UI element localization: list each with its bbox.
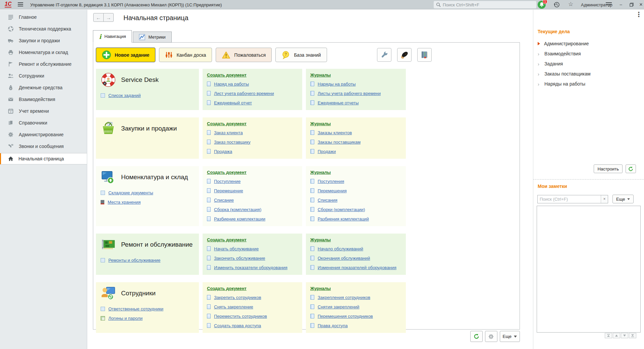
journal-link[interactable]: Начало обслуживаний (318, 246, 363, 251)
history-icon[interactable] (553, 1, 560, 8)
todo-item-tasks[interactable]: › Задания (538, 59, 638, 69)
minimize-button[interactable]: – (616, 1, 625, 8)
settings-wrench-button[interactable] (377, 48, 391, 62)
journal-link[interactable]: Ежедневные отчеты (318, 100, 359, 105)
sidebar-item-administration[interactable]: Администрирование (0, 129, 87, 140)
sidebar-item-money[interactable]: s Денежные средства (0, 82, 87, 93)
journal-link[interactable]: Заказы клиентов (318, 130, 352, 135)
journal-link[interactable]: Права доступа (318, 323, 348, 328)
create-link[interactable]: Начать обслуживание (214, 246, 259, 251)
journals-header[interactable]: Журналы (310, 170, 401, 175)
warehouse-docs-link[interactable]: Складские документы (108, 190, 153, 195)
notes-area[interactable] (537, 206, 641, 333)
global-search[interactable] (434, 1, 536, 8)
back-button[interactable]: ← (93, 13, 104, 22)
go-down-button[interactable] (621, 333, 628, 338)
forward-button[interactable]: → (103, 13, 114, 22)
knowledge-base-button[interactable]: ? База знаний (275, 48, 327, 62)
sidebar-item-main[interactable]: Главное (0, 11, 87, 23)
create-document-header[interactable]: Создать документ (207, 286, 298, 291)
sidebar-item-catalogs[interactable]: Справочники (0, 117, 87, 129)
create-link[interactable]: Закончить обслуживание (214, 256, 265, 261)
sidebar-item-calls[interactable]: Звонки и сообщения (0, 140, 87, 152)
create-link[interactable]: Снять закрепление (214, 304, 253, 309)
create-link[interactable]: Ежедневный отчет (214, 100, 252, 105)
sidebar-item-employees[interactable]: Сотрудники (0, 70, 87, 82)
sidebar-item-support[interactable]: Техническая поддержка (0, 23, 87, 35)
create-link[interactable]: Продажа (214, 149, 232, 154)
close-button[interactable]: ✕ (637, 1, 644, 8)
journal-link[interactable]: Снятия закреплений (318, 304, 359, 309)
tab-navigation[interactable]: i Навигация (93, 30, 132, 43)
repairs-link[interactable]: Ремонты и обслуживание (108, 258, 160, 263)
todo-item-work-orders[interactable]: › Наряды на работы (538, 79, 638, 89)
create-link[interactable]: Списание (214, 198, 234, 203)
restore-button[interactable] (627, 1, 636, 8)
notifications-button[interactable]: 1 (538, 1, 546, 9)
refresh-button[interactable] (470, 331, 483, 342)
journal-link[interactable]: Списания (318, 198, 337, 203)
go-last-button[interactable] (629, 333, 636, 338)
create-link[interactable]: Закрепить сотрудников (214, 295, 261, 300)
clear-search-button[interactable]: × (601, 195, 608, 203)
create-document-header[interactable]: Создать документ (207, 237, 298, 242)
go-first-button[interactable] (605, 333, 612, 338)
journals-header[interactable]: Журналы (310, 237, 401, 242)
settings-gear-button[interactable] (485, 331, 497, 342)
global-search-input[interactable] (443, 2, 534, 7)
create-link[interactable]: Изменить показатели оборудования (214, 265, 287, 270)
sidebar-item-stock[interactable]: Номенклатура и склад (0, 46, 87, 58)
create-link[interactable]: Сборка (комплектация) (214, 207, 261, 212)
create-link[interactable]: Перемещение (214, 188, 243, 193)
create-link[interactable]: Поступление (214, 179, 240, 184)
responsible-employees-link[interactable]: Ответственные сотрудники (108, 306, 163, 311)
journal-link[interactable]: Поступления (318, 179, 344, 184)
journal-link[interactable]: Наряды на работы (318, 82, 356, 87)
journal-link[interactable]: Изменения показателей оборудования (318, 265, 396, 270)
journal-link[interactable]: Продажи (318, 149, 336, 154)
create-link[interactable]: Создать права доступа (214, 323, 261, 328)
create-link[interactable]: Заказ поставщику (214, 140, 251, 145)
storage-places-link[interactable]: Места хранения (108, 200, 141, 205)
tab-metrics[interactable]: Метрики (133, 32, 171, 43)
complain-button[interactable]: Пожаловаться (216, 48, 272, 62)
sidebar-item-purchases[interactable]: Закупки и продажи (0, 35, 87, 46)
journals-header[interactable]: Журналы (310, 72, 401, 78)
sidebar-item-home-active[interactable]: Начальная страница (0, 153, 87, 164)
task-list-link[interactable]: Список заданий (108, 93, 141, 98)
journal-link[interactable]: Закрепления сотрудников (318, 295, 370, 300)
sidebar-item-timetracking[interactable]: 7 Учет времени (0, 105, 87, 117)
new-task-button[interactable]: Новое задание (96, 48, 155, 62)
notes-more-button[interactable]: Еще (612, 195, 634, 203)
journal-link[interactable]: Заказы поставщикам (318, 140, 361, 145)
configure-button[interactable]: Настроить (594, 164, 623, 173)
journal-link[interactable]: Сборки (комплектации) (318, 207, 365, 212)
create-link[interactable]: Наряд на работы (214, 82, 249, 87)
panel-menu-icon[interactable]: ••• (638, 11, 640, 17)
create-link[interactable]: Лист учета рабочего времени (214, 91, 274, 96)
create-link[interactable]: Разбиение комплектации (214, 216, 265, 221)
create-link[interactable]: Переместить сотрудников (214, 314, 267, 319)
create-document-header[interactable]: Создать документ (207, 72, 298, 78)
create-link[interactable]: Заказ клиента (214, 130, 243, 135)
journals-header[interactable]: Журналы (310, 121, 401, 126)
journals-header[interactable]: Журналы (310, 286, 401, 291)
knowledge-book-button[interactable] (417, 48, 432, 62)
todo-item-supplier-orders[interactable]: › Заказы поставщикам (538, 69, 638, 79)
main-menu-icon[interactable] (17, 2, 23, 7)
todo-item-interactions[interactable]: › Взаимодействия (538, 49, 638, 59)
notes-search-input[interactable] (538, 195, 601, 203)
journal-link[interactable]: Листы учета рабочего времени (318, 91, 381, 96)
barcode-scanner-button[interactable] (397, 48, 412, 62)
journal-link[interactable]: Перемещения (318, 188, 346, 193)
journal-link[interactable]: Окончания обслуживаний (318, 256, 370, 261)
sidebar-item-interactions[interactable]: Взаимодействия (0, 93, 87, 105)
favorites-star-icon[interactable]: ☆ (568, 1, 573, 8)
todo-refresh-button[interactable] (626, 164, 636, 173)
kanban-board-button[interactable]: Канбан доска (159, 48, 212, 62)
create-document-header[interactable]: Создать документ (207, 121, 298, 126)
go-up-button[interactable] (613, 333, 620, 338)
journal-link[interactable]: Перемещения сотрудников (318, 314, 373, 319)
user-menu-icon[interactable] (605, 1, 612, 7)
logins-passwords-link[interactable]: Логины и пароли (108, 316, 143, 321)
